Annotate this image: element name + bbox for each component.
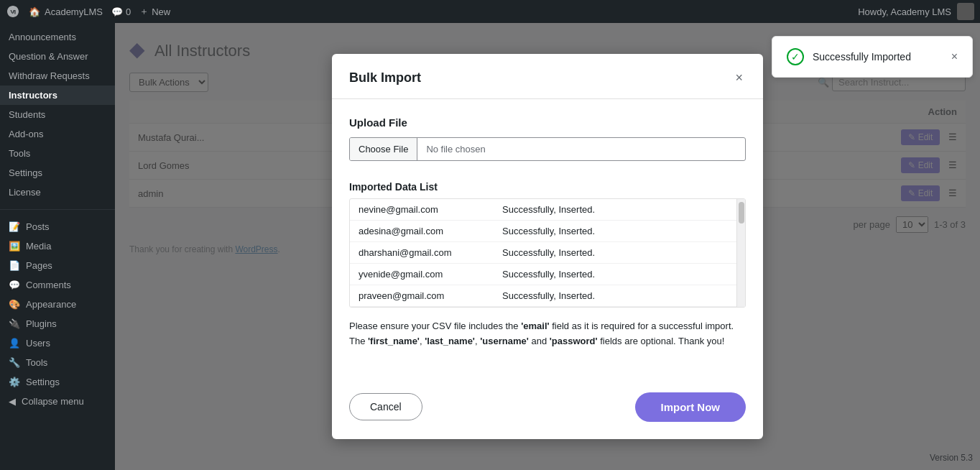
toast-close-button[interactable]: × [951,51,958,63]
posts-icon: 📝 [9,221,20,232]
choose-file-button[interactable]: Choose File [350,138,417,160]
sidebar-item-appearance[interactable]: 🎨 Appearance [0,295,115,314]
sidebar-item-label: Instructors [9,90,57,101]
cancel-button[interactable]: Cancel [349,393,422,420]
sidebar-item-label: Comments [26,280,71,290]
collapse-icon: ◀ [9,396,16,407]
success-toast: ✓ Successfully Imported × [772,36,973,78]
import-now-button[interactable]: Import Now [635,392,746,422]
site-name[interactable]: 🏠 AcademyLMS [29,6,103,17]
plugins-icon: 🔌 [9,318,20,329]
sidebar-item-addons[interactable]: Add-ons [0,124,115,144]
main-content: ◆ All Instructors Bulk Actions 🔍 Name Ac… [115,23,980,470]
modal-footer: Cancel Import Now [332,381,763,439]
list-item: adesina@gmail.com Successfully, Inserted… [350,221,745,242]
file-input-wrapper: Choose File No file chosen [349,137,746,161]
comments-button[interactable]: 💬 0 [111,6,131,17]
settings-icon: ⚙️ [9,377,20,387]
list-email: yvenide@gmail.com [359,269,502,280]
sidebar-item-label: Appearance [26,299,76,310]
list-status: Successfully, Inserted. [502,204,595,215]
media-icon: 🖼️ [9,241,20,252]
sidebar-item-qa[interactable]: Question & Answer [0,47,115,66]
pages-icon: 📄 [9,260,20,271]
data-list-container[interactable]: nevine@gmail.com Successfully, Inserted.… [349,198,746,308]
list-status: Successfully, Inserted. [502,290,595,301]
sidebar-item-label: Plugins [26,318,57,329]
sidebar-item-label: Collapse menu [22,396,84,407]
sidebar-item-label: Media [26,241,51,252]
modal-title: Bulk Import [349,70,421,86]
users-icon: 👤 [9,338,20,349]
list-email: dharshani@gmail.com [359,247,502,258]
list-status: Successfully, Inserted. [502,269,595,280]
sidebar-item-settings[interactable]: Settings [0,163,115,183]
no-file-text: No file chosen [417,138,494,160]
sidebar-item-label: Pages [26,260,52,271]
scroll-thumb [739,202,744,224]
imported-list-header: Imported Data List [349,175,746,198]
sidebar-item-label: Students [9,109,45,120]
sidebar-item-label: Posts [26,221,50,232]
sidebar-item-tools[interactable]: Tools [0,144,115,163]
sidebar-item-label: Tools [9,148,30,159]
list-item: dharshani@gmail.com Successfully, Insert… [350,242,745,264]
sidebar-item-instructors[interactable]: Instructors [0,86,115,105]
sidebar-item-pages[interactable]: 📄 Pages [0,256,115,275]
admin-bar: 🏠 AcademyLMS 💬 0 ＋ New Howdy, Academy LM… [0,0,980,23]
sidebar-item-plugins[interactable]: 🔌 Plugins [0,314,115,333]
sidebar-item-withdraw[interactable]: Withdraw Requests [0,66,115,86]
list-email: adesina@gmail.com [359,226,502,236]
success-icon: ✓ [787,48,804,65]
list-status: Successfully, Inserted. [502,226,595,236]
sidebar-item-settings2[interactable]: ⚙️ Settings [0,372,115,392]
list-item: yvenide@gmail.com Successfully, Inserted… [350,264,745,285]
sidebar-item-collapse[interactable]: ◀ Collapse menu [0,392,115,411]
avatar [957,3,974,20]
sidebar-item-label: Tools [26,357,47,368]
bulk-import-modal: Bulk Import × Upload File Choose File No… [332,54,763,439]
list-email: nevine@gmail.com [359,204,502,215]
success-message-text: Successfully Imported [813,51,943,63]
sidebar-item-label: Add-ons [9,129,43,139]
sidebar-item-label: Question & Answer [9,51,88,62]
list-item: nevine@gmail.com Successfully, Inserted. [350,199,745,221]
comments-icon: 💬 [9,280,20,290]
sidebar-item-announcements[interactable]: Announcements [0,27,115,47]
scroll-indicator[interactable] [736,199,745,307]
sidebar-item-tools2[interactable]: 🔧 Tools [0,353,115,372]
modal-overlay: Bulk Import × Upload File Choose File No… [115,23,980,470]
sidebar-item-label: Users [26,338,50,349]
sidebar-item-media[interactable]: 🖼️ Media [0,236,115,256]
wp-logo-icon [6,4,20,19]
list-email: praveen@gmail.com [359,290,502,301]
modal-header: Bulk Import × [332,54,763,99]
sidebar-item-users[interactable]: 👤 Users [0,333,115,353]
list-item: praveen@gmail.com Successfully, Inserted… [350,285,745,307]
sidebar-item-label: Settings [26,377,60,387]
tools-icon: 🔧 [9,357,20,368]
modal-body: Upload File Choose File No file chosen I… [332,99,763,381]
sidebar: Announcements Question & Answer Withdraw… [0,23,115,470]
new-button[interactable]: ＋ New [139,5,170,18]
sidebar-item-label: Withdraw Requests [9,70,90,81]
sidebar-item-students[interactable]: Students [0,105,115,124]
sidebar-item-label: Settings [9,167,42,178]
info-text: Please ensure your CSV file includes the… [349,319,746,349]
sidebar-item-label: License [9,187,41,198]
imported-list-title: Imported Data List [349,175,438,198]
howdy-text: Howdy, Academy LMS [858,6,951,17]
sidebar-item-license[interactable]: License [0,183,115,202]
list-status: Successfully, Inserted. [502,247,595,258]
sidebar-item-posts[interactable]: 📝 Posts [0,217,115,236]
appearance-icon: 🎨 [9,299,20,310]
sidebar-item-label: Announcements [9,32,76,42]
sidebar-item-comments[interactable]: 💬 Comments [0,275,115,295]
upload-file-label: Upload File [349,116,746,129]
modal-close-button[interactable]: × [732,68,746,87]
